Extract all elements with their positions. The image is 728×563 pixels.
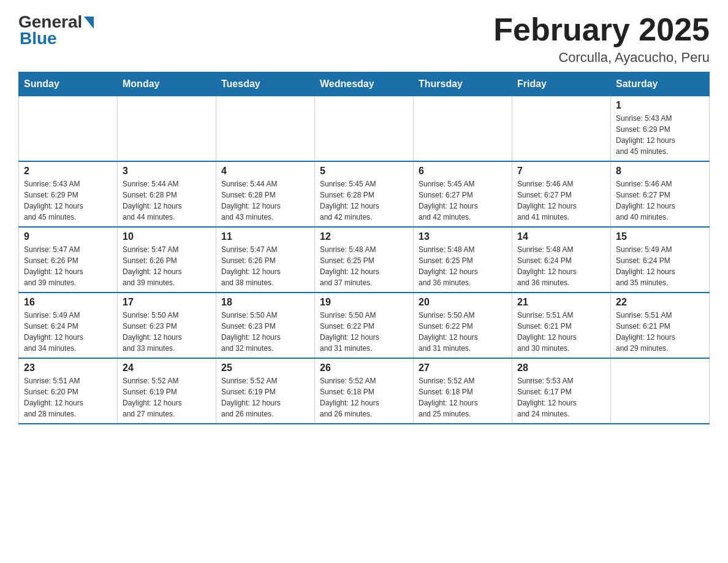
calendar-cell: 5Sunrise: 5:45 AM Sunset: 6:28 PM Daylig… [315, 161, 414, 227]
day-number: 16 [24, 297, 112, 308]
day-info: Sunrise: 5:47 AM Sunset: 6:26 PM Dayligh… [123, 244, 211, 288]
calendar-cell: 17Sunrise: 5:50 AM Sunset: 6:23 PM Dayli… [118, 293, 216, 358]
day-info: Sunrise: 5:45 AM Sunset: 6:27 PM Dayligh… [419, 178, 507, 223]
calendar-week-row: 16Sunrise: 5:49 AM Sunset: 6:24 PM Dayli… [19, 293, 710, 358]
calendar-cell: 10Sunrise: 5:47 AM Sunset: 6:26 PM Dayli… [118, 227, 216, 293]
day-info: Sunrise: 5:47 AM Sunset: 6:26 PM Dayligh… [221, 244, 309, 288]
calendar-week-row: 1Sunrise: 5:43 AM Sunset: 6:29 PM Daylig… [19, 96, 710, 162]
day-number: 23 [24, 362, 112, 373]
day-header-sunday: Sunday [19, 72, 118, 96]
calendar-cell: 6Sunrise: 5:45 AM Sunset: 6:27 PM Daylig… [414, 161, 512, 227]
day-number: 24 [123, 362, 211, 373]
calendar-cell: 22Sunrise: 5:51 AM Sunset: 6:21 PM Dayli… [611, 293, 710, 358]
day-info: Sunrise: 5:48 AM Sunset: 6:24 PM Dayligh… [517, 244, 605, 288]
calendar-cell: 9Sunrise: 5:47 AM Sunset: 6:26 PM Daylig… [19, 227, 118, 293]
calendar-cell: 21Sunrise: 5:51 AM Sunset: 6:21 PM Dayli… [512, 293, 611, 358]
day-header-monday: Monday [118, 72, 216, 96]
day-info: Sunrise: 5:51 AM Sunset: 6:21 PM Dayligh… [616, 310, 704, 354]
day-number: 15 [616, 231, 704, 242]
day-number: 8 [616, 166, 704, 177]
calendar-cell: 27Sunrise: 5:52 AM Sunset: 6:18 PM Dayli… [414, 358, 512, 424]
day-number: 26 [320, 362, 408, 373]
day-number: 10 [123, 231, 211, 242]
calendar-cell: 12Sunrise: 5:48 AM Sunset: 6:25 PM Dayli… [315, 227, 414, 293]
day-number: 21 [517, 297, 605, 308]
calendar-cell: 13Sunrise: 5:48 AM Sunset: 6:25 PM Dayli… [414, 227, 512, 293]
main-title: February 2025 [493, 12, 710, 47]
logo-blue-text: Blue [20, 29, 57, 48]
calendar-cell: 11Sunrise: 5:47 AM Sunset: 6:26 PM Dayli… [216, 227, 315, 293]
day-number: 12 [320, 231, 408, 242]
day-info: Sunrise: 5:52 AM Sunset: 6:18 PM Dayligh… [320, 375, 408, 419]
day-info: Sunrise: 5:50 AM Sunset: 6:22 PM Dayligh… [419, 310, 507, 354]
day-number: 14 [517, 231, 605, 242]
day-info: Sunrise: 5:52 AM Sunset: 6:19 PM Dayligh… [221, 375, 309, 419]
day-info: Sunrise: 5:47 AM Sunset: 6:26 PM Dayligh… [24, 244, 112, 288]
day-info: Sunrise: 5:49 AM Sunset: 6:24 PM Dayligh… [24, 310, 112, 354]
calendar-cell [611, 358, 710, 424]
calendar-table: SundayMondayTuesdayWednesdayThursdayFrid… [18, 72, 710, 424]
day-info: Sunrise: 5:52 AM Sunset: 6:19 PM Dayligh… [123, 375, 211, 419]
day-info: Sunrise: 5:44 AM Sunset: 6:28 PM Dayligh… [221, 178, 309, 223]
day-number: 22 [616, 297, 704, 308]
day-info: Sunrise: 5:43 AM Sunset: 6:29 PM Dayligh… [24, 178, 112, 223]
day-number: 25 [221, 362, 309, 373]
day-number: 18 [221, 297, 309, 308]
calendar-cell: 15Sunrise: 5:49 AM Sunset: 6:24 PM Dayli… [611, 227, 710, 293]
calendar-cell: 18Sunrise: 5:50 AM Sunset: 6:23 PM Dayli… [216, 293, 315, 358]
calendar-cell: 16Sunrise: 5:49 AM Sunset: 6:24 PM Dayli… [19, 293, 118, 358]
calendar-cell: 7Sunrise: 5:46 AM Sunset: 6:27 PM Daylig… [512, 161, 611, 227]
calendar-header-row: SundayMondayTuesdayWednesdayThursdayFrid… [19, 72, 710, 96]
day-number: 19 [320, 297, 408, 308]
title-block: February 2025 Corculla, Ayacucho, Peru [493, 12, 710, 66]
page-header: General Blue February 2025 Corculla, Aya… [18, 12, 710, 66]
day-info: Sunrise: 5:46 AM Sunset: 6:27 PM Dayligh… [616, 178, 704, 223]
day-header-thursday: Thursday [414, 72, 512, 96]
day-info: Sunrise: 5:44 AM Sunset: 6:28 PM Dayligh… [123, 178, 211, 223]
calendar-cell [19, 96, 118, 162]
day-info: Sunrise: 5:50 AM Sunset: 6:23 PM Dayligh… [221, 310, 309, 354]
calendar-week-row: 2Sunrise: 5:43 AM Sunset: 6:29 PM Daylig… [19, 161, 710, 227]
day-number: 27 [419, 362, 507, 373]
day-number: 3 [123, 166, 211, 177]
day-number: 9 [24, 231, 112, 242]
day-header-tuesday: Tuesday [216, 72, 315, 96]
calendar-cell: 2Sunrise: 5:43 AM Sunset: 6:29 PM Daylig… [19, 161, 118, 227]
calendar-cell: 23Sunrise: 5:51 AM Sunset: 6:20 PM Dayli… [19, 358, 118, 424]
calendar-cell [118, 96, 216, 162]
calendar-cell [315, 96, 414, 162]
day-header-wednesday: Wednesday [315, 72, 414, 96]
day-info: Sunrise: 5:49 AM Sunset: 6:24 PM Dayligh… [616, 244, 704, 288]
calendar-cell: 4Sunrise: 5:44 AM Sunset: 6:28 PM Daylig… [216, 161, 315, 227]
calendar-cell: 14Sunrise: 5:48 AM Sunset: 6:24 PM Dayli… [512, 227, 611, 293]
day-number: 5 [320, 166, 408, 177]
logo: General Blue [18, 12, 94, 48]
day-info: Sunrise: 5:48 AM Sunset: 6:25 PM Dayligh… [320, 244, 408, 288]
day-number: 20 [419, 297, 507, 308]
day-number: 28 [517, 362, 605, 373]
day-info: Sunrise: 5:43 AM Sunset: 6:29 PM Dayligh… [616, 113, 704, 157]
calendar-cell: 20Sunrise: 5:50 AM Sunset: 6:22 PM Dayli… [414, 293, 512, 358]
calendar-cell [216, 96, 315, 162]
calendar-week-row: 9Sunrise: 5:47 AM Sunset: 6:26 PM Daylig… [19, 227, 710, 293]
day-info: Sunrise: 5:45 AM Sunset: 6:28 PM Dayligh… [320, 178, 408, 223]
day-info: Sunrise: 5:52 AM Sunset: 6:18 PM Dayligh… [419, 375, 507, 419]
calendar-cell: 24Sunrise: 5:52 AM Sunset: 6:19 PM Dayli… [118, 358, 216, 424]
calendar-cell [512, 96, 611, 162]
day-number: 13 [419, 231, 507, 242]
calendar-cell: 26Sunrise: 5:52 AM Sunset: 6:18 PM Dayli… [315, 358, 414, 424]
day-number: 2 [24, 166, 112, 177]
logo-arrow-icon [84, 17, 94, 29]
calendar-cell: 3Sunrise: 5:44 AM Sunset: 6:28 PM Daylig… [118, 161, 216, 227]
calendar-cell: 25Sunrise: 5:52 AM Sunset: 6:19 PM Dayli… [216, 358, 315, 424]
day-info: Sunrise: 5:50 AM Sunset: 6:23 PM Dayligh… [123, 310, 211, 354]
day-number: 4 [221, 166, 309, 177]
calendar-cell: 28Sunrise: 5:53 AM Sunset: 6:17 PM Dayli… [512, 358, 611, 424]
day-info: Sunrise: 5:53 AM Sunset: 6:17 PM Dayligh… [517, 375, 605, 419]
day-info: Sunrise: 5:50 AM Sunset: 6:22 PM Dayligh… [320, 310, 408, 354]
calendar-cell: 8Sunrise: 5:46 AM Sunset: 6:27 PM Daylig… [611, 161, 710, 227]
day-number: 1 [616, 100, 704, 111]
calendar-cell [414, 96, 512, 162]
calendar-week-row: 23Sunrise: 5:51 AM Sunset: 6:20 PM Dayli… [19, 358, 710, 424]
day-header-friday: Friday [512, 72, 611, 96]
